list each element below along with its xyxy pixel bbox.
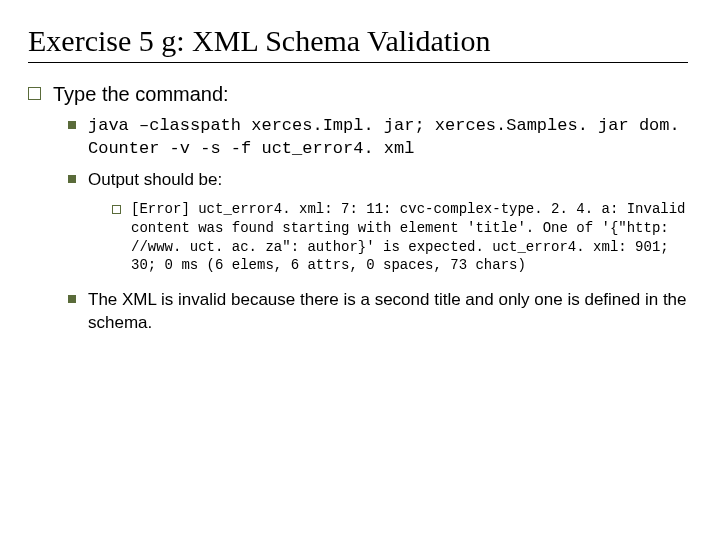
bullet-solid-icon bbox=[68, 121, 76, 129]
bullet-l2-command: java –classpath xerces.Impl. jar; xerces… bbox=[68, 115, 692, 161]
bullet-hollow-icon bbox=[28, 87, 41, 100]
bullet-solid-icon bbox=[68, 295, 76, 303]
bullet-l2-explain: The XML is invalid because there is a se… bbox=[68, 289, 692, 335]
slide-title: Exercise 5 g: XML Schema Validation bbox=[28, 24, 692, 58]
bullet-solid-icon bbox=[68, 175, 76, 183]
output-label: Output should be: bbox=[88, 169, 222, 192]
bullet-l2-output-label: Output should be: bbox=[68, 169, 692, 192]
output-text: [Error] uct_error4. xml: 7: 11: cvc-comp… bbox=[131, 200, 691, 276]
bullet-l3-output: [Error] uct_error4. xml: 7: 11: cvc-comp… bbox=[112, 200, 692, 276]
explain-text: The XML is invalid because there is a se… bbox=[88, 289, 692, 335]
title-underline bbox=[28, 62, 688, 63]
bullet-l1: Type the command: bbox=[28, 81, 692, 107]
command-text: java –classpath xerces.Impl. jar; xerces… bbox=[88, 115, 692, 161]
l1-text: Type the command: bbox=[53, 81, 229, 107]
bullet-hollow-small-icon bbox=[112, 205, 121, 214]
